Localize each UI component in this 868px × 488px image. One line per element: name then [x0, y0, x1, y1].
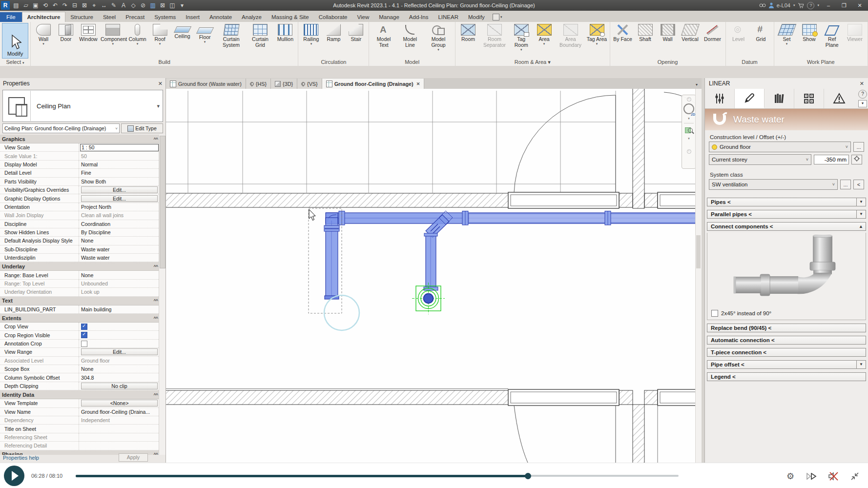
value-wall-join-display[interactable]: Clean all wall joins: [80, 212, 124, 218]
ribbon-button-wall[interactable]: Wall▾: [32, 22, 55, 46]
offset-input[interactable]: [814, 155, 849, 164]
apply-button[interactable]: Apply: [119, 453, 148, 462]
properties-scrollbar[interactable]: [159, 135, 165, 455]
ribbon-button-room[interactable]: Room: [457, 22, 479, 43]
close-hidden-windows-icon[interactable]: ⊠: [158, 1, 167, 10]
ribbon-button-curtain-grid[interactable]: Curtain Grid: [247, 22, 274, 49]
ribbon-tab-architecture[interactable]: Architecture: [22, 12, 66, 22]
section-chevron-icon[interactable]: ▼: [856, 210, 866, 218]
view-tab-ground-floor-ceiling-drainage[interactable]: Ground floor-Ceiling (Drainage)✕: [322, 79, 425, 89]
navbar-close-icon[interactable]: ×: [687, 97, 691, 102]
value-column-symbolic-offset[interactable]: 304.8: [80, 375, 94, 381]
ribbon-tab-modify[interactable]: Modify: [463, 12, 490, 22]
button-depth-clipping[interactable]: No clip: [81, 383, 158, 389]
value-display-model[interactable]: Normal: [80, 162, 98, 167]
section-collapse-icon[interactable]: ^^: [153, 137, 158, 142]
system-browse-button[interactable]: ...: [840, 180, 851, 189]
value-view-scale[interactable]: 1 : 50: [80, 144, 159, 151]
ribbon-button-ceiling[interactable]: Ceiling: [171, 22, 194, 40]
value-discipline[interactable]: Coordination: [80, 221, 110, 227]
play-button[interactable]: [4, 466, 24, 486]
view-tab-3d[interactable]: {3D}: [271, 79, 297, 89]
thin-lines-icon[interactable]: ▥: [148, 1, 157, 10]
ribbon-button-mullion[interactable]: Mullion: [274, 22, 296, 43]
progress-bar[interactable]: [76, 475, 679, 477]
ribbon-tab-structure[interactable]: Structure: [65, 12, 98, 22]
value-parts-visibility[interactable]: Show Both: [80, 179, 106, 184]
zoom-caret-icon[interactable]: ▾: [688, 137, 690, 141]
restore-button[interactable]: ❐: [838, 1, 850, 10]
open-folder-icon[interactable]: ▱: [21, 1, 30, 10]
section-collapse-icon[interactable]: ^^: [153, 298, 158, 303]
properties-section-graphics[interactable]: Graphics^^: [0, 135, 160, 143]
linear-help-button[interactable]: ?: [858, 90, 867, 99]
ribbon-tab-collaborate[interactable]: Collaborate: [314, 12, 352, 22]
properties-section-identity-data[interactable]: Identity Data^^: [0, 390, 160, 399]
button-view-range[interactable]: Edit...: [81, 348, 158, 355]
dropdown-caret-icon[interactable]: ▾: [33, 42, 54, 45]
edit-type-button[interactable]: Edit Type: [121, 123, 163, 133]
ribbon-button-component[interactable]: Component▾: [100, 22, 126, 46]
value-detail-level[interactable]: Fine: [80, 170, 91, 176]
ribbon-button-dormer[interactable]: Dormer: [702, 22, 724, 43]
collapse-player-icon[interactable]: [849, 471, 860, 482]
dropdown-caret-icon[interactable]: ▾: [511, 48, 532, 51]
save-icon[interactable]: ▣: [31, 1, 40, 10]
steering-wheel-icon[interactable]: 2D: [683, 103, 694, 114]
view-tab-ground-floor-waste-water[interactable]: Ground floor (Waste water): [166, 79, 246, 89]
select-panel-label[interactable]: Select ▾: [0, 59, 30, 66]
progress-thumb[interactable]: [525, 473, 531, 479]
modify-button[interactable]: Modify: [2, 23, 28, 59]
dropdown-caret-icon[interactable]: ▾: [777, 42, 797, 45]
account-caret-icon[interactable]: ▾: [793, 3, 795, 7]
ribbon-tab-annotate[interactable]: Annotate: [205, 12, 237, 22]
switch-windows-icon[interactable]: ◫: [168, 1, 177, 10]
view-tab-list-caret-icon[interactable]: ▾: [696, 82, 702, 89]
modify-options-icon[interactable]: ▾: [490, 14, 505, 22]
ribbon-tab-analyze[interactable]: Analyze: [237, 12, 267, 22]
ribbon-button-curtain-system[interactable]: Curtain System: [216, 22, 247, 49]
section-chevron-icon[interactable]: ▼: [856, 198, 866, 206]
value-sub-discipline[interactable]: Waste water: [80, 246, 109, 252]
section-collapse-icon[interactable]: ^^: [153, 264, 158, 269]
instance-selector[interactable]: Ceiling Plan: Ground floor-Ceiling (Drai…: [2, 123, 120, 133]
ribbon-tab-massing-site[interactable]: Massing & Site: [267, 12, 314, 22]
ribbon-button-by-face[interactable]: By Face: [612, 22, 634, 43]
linear-tab-components[interactable]: [794, 89, 824, 108]
value-unterdisziplin[interactable]: Waste water: [80, 255, 109, 261]
value-lin-building-part[interactable]: Main building: [80, 306, 111, 312]
default-3d-view-icon[interactable]: ◇: [129, 1, 138, 10]
undo-icon[interactable]: ↶: [51, 1, 60, 10]
section-collapse-icon[interactable]: ^^: [153, 392, 158, 397]
level-browse-button[interactable]: ...: [853, 142, 864, 152]
ribbon-tab-view[interactable]: View: [352, 12, 374, 22]
linear-section-legend[interactable]: Legend <: [707, 372, 866, 381]
button-visibility-graphics-overrides[interactable]: Edit...: [81, 186, 158, 193]
properties-section-text[interactable]: Text^^: [0, 297, 160, 305]
file-document-icon[interactable]: ▤: [12, 1, 21, 10]
measure-icon[interactable]: ⌖: [90, 1, 99, 10]
linear-section-t-piece-connection[interactable]: T-piece connection <: [707, 348, 866, 357]
offset-target-button[interactable]: [851, 155, 862, 164]
view-tab-hs[interactable]: {HS}: [246, 79, 271, 89]
ribbon-button-area[interactable]: Area▾: [533, 22, 556, 46]
view-tab-close-icon[interactable]: ✕: [416, 81, 420, 86]
ribbon-button-grid[interactable]: Grid: [750, 22, 772, 43]
export-pdf-icon[interactable]: ⊠: [80, 1, 89, 10]
linear-tab-warnings[interactable]: [824, 89, 854, 108]
linear-section-connect-components[interactable]: Connect components <▲: [707, 222, 866, 231]
search-icon[interactable]: [759, 3, 766, 8]
zoom-icon[interactable]: [684, 126, 693, 134]
section-collapse-icon[interactable]: ^^: [153, 316, 158, 321]
value-range-top-level[interactable]: Unbounded: [80, 281, 108, 286]
linear-dropdown-button[interactable]: ▼: [858, 100, 867, 107]
linear-section-replace-bend-90-45[interactable]: Replace bend (90/45) <: [707, 324, 866, 332]
value-underlay-orientation[interactable]: Look up: [80, 289, 100, 295]
sync-with-central-icon[interactable]: ⟲: [41, 1, 50, 10]
revit-logo-icon[interactable]: R: [1, 1, 10, 10]
angle-checkbox[interactable]: [711, 310, 718, 317]
storey-select[interactable]: Current storey˅: [709, 154, 811, 165]
ribbon-button-model-text[interactable]: Model Text: [371, 22, 396, 49]
ribbon-tab-linear[interactable]: LINEAR: [433, 12, 463, 22]
navigation-bar[interactable]: × 2D ▾ ▾ ×: [682, 95, 696, 169]
